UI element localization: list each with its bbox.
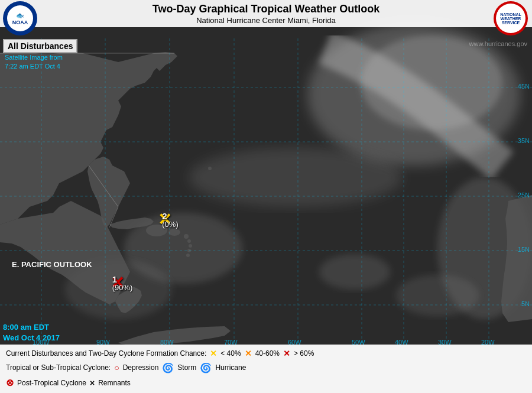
datetime-line1: 8:00 am EDT xyxy=(3,322,60,333)
legend-mid-symbol: ✕ xyxy=(245,347,252,360)
disturbances-label: All Disturbances xyxy=(3,39,77,53)
legend-row-3: ⊗ Post-Tropical Cyclone × Remnants xyxy=(6,375,526,391)
svg-point-9 xyxy=(396,275,479,316)
lat-label-15n: 15N xyxy=(518,246,530,253)
datetime-display: 8:00 am EDT Wed Oct 4 2017 xyxy=(3,322,60,343)
datetime-line2: Wed Oct 4 2017 xyxy=(3,333,60,343)
legend-row-2: Tropical or Sub-Tropical Cyclone: ○ Depr… xyxy=(6,360,526,376)
lat-label-5n: 5N xyxy=(521,300,530,307)
svg-point-17 xyxy=(208,167,212,170)
website-watermark: www.hurricanes.gov xyxy=(469,40,527,47)
legend-depression-symbol: ○ xyxy=(114,361,119,374)
marker-1-number: 1 xyxy=(112,275,117,284)
svg-point-5 xyxy=(189,148,402,207)
satellite-info: Satellite Image from 7:22 am EDT Oct 4 xyxy=(5,53,63,72)
legend-posttropical-label: Post-Tropical Cyclone xyxy=(17,378,86,389)
title-bar: Two-Day Graphical Tropical Weather Outlo… xyxy=(0,0,532,27)
svg-point-8 xyxy=(319,254,390,290)
svg-point-14 xyxy=(189,244,192,248)
legend-low-symbol: ✕ xyxy=(210,347,217,360)
marker-2-number: 2 xyxy=(162,212,167,220)
marker-1-pct: (90%) xyxy=(112,284,133,291)
legend-depression-label: Depression xyxy=(123,362,159,373)
svg-point-11 xyxy=(168,229,180,236)
legend-high-symbol: ✕ xyxy=(283,347,290,360)
marker-2-pct: (0%) xyxy=(162,220,178,228)
disturbance-marker-1: ✕ 1 (90%) xyxy=(102,275,133,291)
legend-storm-label: Storm xyxy=(177,362,196,373)
land-map xyxy=(0,0,532,393)
legend-mid-label: 40-60% xyxy=(255,348,280,359)
legend-remnants-label: Remnants xyxy=(98,378,131,389)
svg-point-16 xyxy=(186,254,190,257)
pacific-outlook-label: E. PACIFIC OUTLOOK xyxy=(12,260,92,269)
legend-posttropical-symbol: ⊗ xyxy=(6,375,14,391)
noaa-fish-icon: 🐟 xyxy=(16,12,24,20)
legend-storm-symbol: 🌀 xyxy=(162,360,174,376)
satellite-info-line2: 7:22 am EDT Oct 4 xyxy=(5,62,63,71)
lat-label-35n: 35N xyxy=(518,137,530,144)
legend-title-1: Current Disturbances and Two-Day Cyclone… xyxy=(6,348,206,359)
disturbance-marker-2: ✕ 2 (0%) xyxy=(151,212,178,228)
legend-high-label: > 60% xyxy=(294,348,314,359)
svg-point-12 xyxy=(184,234,189,239)
legend-row-1: Current Disturbances and Two-Day Cyclone… xyxy=(6,347,526,360)
noaa-logo: 🐟 NOAA xyxy=(3,1,38,37)
legend-hurricane-symbol: 🌀 xyxy=(200,360,212,376)
lat-label-25n: 25N xyxy=(518,191,530,199)
main-title: Two-Day Graphical Tropical Weather Outlo… xyxy=(0,2,532,16)
svg-point-13 xyxy=(187,239,191,243)
legend-remnants-symbol: × xyxy=(90,376,95,389)
legend-area: Current Disturbances and Two-Day Cyclone… xyxy=(0,345,532,393)
legend-low-label: < 40% xyxy=(220,348,241,359)
satellite-info-line1: Satellite Image from xyxy=(5,53,63,62)
nws-text: NATIONALWEATHERSERVICE xyxy=(500,12,521,25)
lat-label-45n: 45N xyxy=(518,83,530,90)
sub-title: National Hurricane Center Miami, Florida xyxy=(0,16,532,26)
legend-hurricane-label: Hurricane xyxy=(215,362,246,373)
map-container: Two-Day Graphical Tropical Weather Outlo… xyxy=(0,0,532,393)
noaa-text: NOAA xyxy=(12,20,28,25)
nws-logo: NATIONALWEATHERSERVICE xyxy=(494,1,529,37)
legend-title-2: Tropical or Sub-Tropical Cyclone: xyxy=(6,362,111,373)
pacific-outlook-text: E. PACIFIC OUTLOOK xyxy=(12,260,92,269)
